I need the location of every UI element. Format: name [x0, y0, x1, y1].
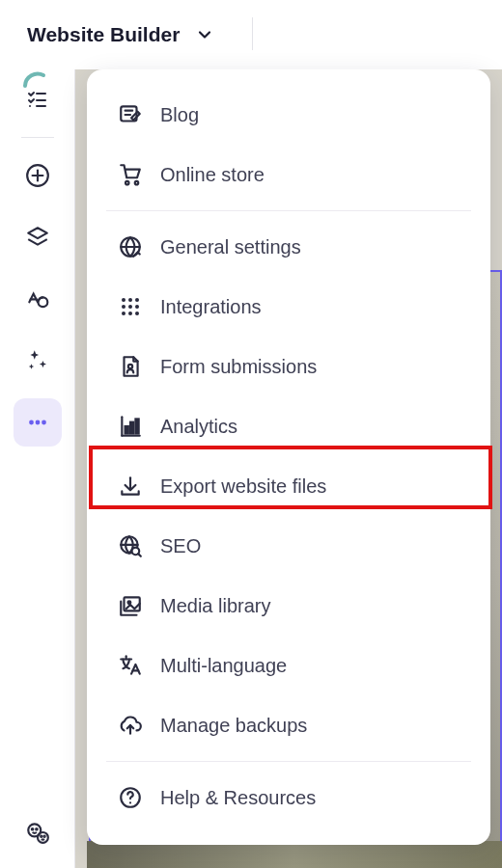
header: Website Builder — [0, 0, 502, 69]
sidebar-more-button[interactable] — [14, 398, 62, 447]
menu-item-help[interactable]: Help & Resources — [93, 768, 485, 827]
svg-point-16 — [38, 832, 48, 843]
menu-item-manage-backups[interactable]: Manage backups — [93, 695, 485, 755]
svg-point-18 — [43, 836, 44, 837]
menu-item-blog[interactable]: Blog — [93, 85, 485, 145]
media-icon — [116, 593, 145, 618]
svg-point-51 — [129, 801, 131, 803]
blog-icon — [116, 102, 145, 127]
sidebar-layers-button[interactable] — [14, 213, 62, 261]
svg-point-26 — [128, 298, 132, 302]
svg-point-31 — [122, 312, 126, 315]
svg-point-14 — [31, 828, 33, 830]
translate-icon — [116, 653, 145, 678]
menu-item-label: SEO — [160, 535, 201, 557]
svg-point-27 — [135, 298, 139, 302]
sidebar — [0, 69, 75, 868]
more-menu-dropdown: Blog Online store General settings Integ… — [87, 69, 490, 845]
menu-item-media-library[interactable]: Media library — [93, 576, 485, 636]
menu-separator — [106, 761, 471, 762]
progress-arc-icon — [19, 68, 56, 104]
sidebar-add-button[interactable] — [14, 151, 62, 200]
menu-item-label: Blog — [160, 104, 199, 126]
grid-icon — [116, 295, 145, 318]
menu-item-general-settings[interactable]: General settings — [93, 217, 485, 277]
svg-rect-39 — [135, 419, 138, 433]
form-icon — [116, 354, 145, 379]
svg-marker-7 — [28, 228, 47, 238]
cloud-backup-icon — [116, 713, 145, 738]
canvas-bottom-strip — [87, 841, 502, 868]
svg-point-33 — [135, 312, 139, 315]
svg-point-11 — [35, 420, 40, 425]
chart-icon — [116, 414, 145, 439]
sidebar-styles-button[interactable] — [14, 275, 62, 323]
svg-rect-37 — [126, 426, 128, 434]
svg-point-25 — [122, 298, 126, 302]
svg-point-22 — [126, 181, 128, 184]
menu-item-label: Media library — [160, 595, 270, 617]
svg-point-34 — [128, 365, 132, 368]
menu-item-label: Help & Resources — [160, 787, 316, 809]
download-icon — [116, 474, 145, 499]
svg-point-23 — [135, 181, 138, 184]
menu-item-label: Online store — [160, 164, 265, 186]
menu-separator — [106, 210, 471, 211]
menu-item-online-store[interactable]: Online store — [93, 145, 485, 204]
sidebar-feedback-button[interactable] — [14, 808, 62, 856]
svg-point-10 — [29, 420, 34, 425]
svg-point-17 — [41, 836, 42, 837]
svg-rect-38 — [130, 422, 133, 434]
app-title: Website Builder — [27, 23, 180, 46]
globe-settings-icon — [116, 234, 145, 259]
menu-item-form-submissions[interactable]: Form submissions — [93, 337, 485, 396]
help-icon — [116, 785, 145, 810]
chevron-down-icon[interactable] — [195, 25, 214, 44]
svg-point-30 — [135, 305, 139, 309]
menu-item-multi-language[interactable]: Multi-language — [93, 636, 485, 695]
sidebar-separator — [21, 137, 54, 138]
svg-point-32 — [128, 312, 132, 315]
menu-item-label: Integrations — [160, 296, 262, 318]
header-divider — [252, 17, 253, 50]
menu-item-label: Multi-language — [160, 655, 287, 677]
sidebar-ai-button[interactable] — [14, 337, 62, 385]
menu-item-label: Analytics — [160, 416, 237, 438]
svg-point-28 — [122, 305, 126, 309]
seo-icon — [116, 533, 145, 558]
svg-point-45 — [128, 601, 131, 604]
svg-point-15 — [36, 828, 38, 830]
menu-item-seo[interactable]: SEO — [93, 516, 485, 576]
svg-point-29 — [128, 305, 132, 309]
sidebar-checklist-button[interactable] — [14, 75, 62, 123]
menu-item-label: Manage backups — [160, 715, 307, 737]
svg-point-12 — [42, 420, 46, 425]
menu-item-export[interactable]: Export website files — [93, 456, 485, 516]
menu-item-label: General settings — [160, 236, 301, 258]
menu-item-label: Form submissions — [160, 356, 317, 378]
menu-item-label: Export website files — [160, 475, 326, 498]
menu-item-integrations[interactable]: Integrations — [93, 277, 485, 337]
svg-line-43 — [138, 554, 141, 556]
menu-item-analytics[interactable]: Analytics — [93, 396, 485, 456]
cart-icon — [116, 162, 145, 187]
